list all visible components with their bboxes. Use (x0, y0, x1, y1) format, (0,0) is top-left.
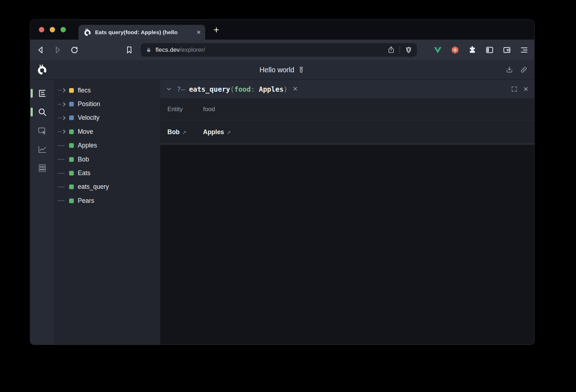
url-host: flecs.dev (156, 46, 180, 54)
back-icon[interactable] (36, 45, 45, 55)
world-title: Hello world (260, 65, 305, 74)
expand-arrow-icon[interactable] (57, 102, 68, 106)
leaf-connector (57, 171, 68, 176)
query-panel-close-icon[interactable]: ✕ (523, 86, 528, 92)
tree-item-bob[interactable]: Bob (54, 152, 160, 166)
search-panel-icon[interactable] (37, 107, 47, 117)
leaf-connector (57, 143, 68, 148)
entity-color-square (69, 102, 74, 106)
tree-item-label: Pears (78, 197, 94, 205)
table-header-row: Entity food (160, 98, 534, 120)
food-cell[interactable]: Apples↗ (203, 128, 231, 136)
tree-panel-active-pill (31, 89, 33, 98)
lock-icon[interactable] (146, 47, 152, 53)
extension-icons (433, 46, 528, 54)
download-icon[interactable] (505, 66, 513, 74)
tree-item-eats-query[interactable]: eats_query (54, 180, 160, 194)
tab-title: Eats query(food: Apples) (hello (95, 29, 193, 36)
new-tab-button[interactable]: + (211, 25, 221, 35)
brave-shield-icon[interactable] (405, 46, 413, 54)
page-title: Hello world (260, 66, 294, 74)
query-paren-close: ) (284, 85, 288, 93)
query-panel-empty-area (160, 145, 534, 345)
column-header-food: food (203, 106, 215, 113)
tree-item-position[interactable]: Position (54, 97, 160, 111)
query-prefix: ?– (177, 85, 185, 93)
panel-rail (30, 80, 54, 345)
address-bar[interactable]: flecs.dev/explorer/ (141, 43, 417, 57)
flecs-logo (37, 64, 48, 75)
browser-tab[interactable]: Eats query(food: Apples) (hello ✕ (78, 25, 205, 40)
menu-icon[interactable] (520, 46, 528, 54)
wallet-icon[interactable] (503, 46, 511, 54)
expand-arrow-icon[interactable] (57, 129, 68, 134)
entity-color-square (69, 184, 74, 189)
tree-item-apples[interactable]: Apples (54, 139, 160, 152)
bookmark-icon[interactable] (125, 46, 134, 54)
tree-item-pears[interactable]: Pears (54, 194, 160, 208)
entity-color-square (69, 171, 74, 176)
chevron-down-icon[interactable] (166, 86, 172, 92)
entity-cell[interactable]: Bob↗ (167, 128, 203, 136)
query-results-table: Entity food Bob↗ Apples↗ (160, 98, 534, 145)
query-panel: ?–eats_query(food:Apples) ✕ ✕ Entity foo… (160, 80, 534, 345)
tree-item-velocity[interactable]: Velocity (54, 111, 160, 125)
query-colon: : (251, 85, 255, 93)
tree-item-label: Velocity (78, 114, 99, 122)
reload-icon[interactable] (70, 45, 79, 55)
minimize-window-button[interactable] (50, 27, 55, 32)
address-bar-divider (400, 46, 400, 54)
query-name: eats_query (189, 85, 230, 93)
entity-color-square (69, 143, 74, 148)
stats-panel-icon[interactable] (37, 163, 47, 173)
tree-item-eats[interactable]: Eats (54, 166, 160, 180)
tree-item-label: Eats (78, 169, 90, 177)
entity-color-square (69, 157, 74, 162)
entity-tree: flecs Position Velocity Move Apples (54, 80, 160, 345)
tree-item-label: eats_query (78, 183, 109, 191)
tree-item-label: flecs (78, 87, 91, 94)
tree-item-flecs[interactable]: flecs (54, 83, 160, 97)
table-row: Bob↗ Apples↗ (160, 120, 534, 143)
zoom-window-button[interactable] (60, 27, 66, 32)
tree-item-label: Bob (78, 156, 89, 163)
query-panel-active-pill (31, 108, 33, 117)
leaf-connector (57, 199, 68, 203)
leaf-connector (57, 157, 68, 161)
query-clear-icon[interactable]: ✕ (293, 86, 298, 92)
leaf-connector (57, 185, 68, 189)
remote-connection-icon[interactable] (298, 65, 305, 74)
tree-item-label: Move (78, 128, 93, 136)
hexagon-extension-icon[interactable] (451, 46, 459, 54)
tree-item-label: Position (78, 100, 100, 108)
tree-panel-icon[interactable] (37, 88, 47, 98)
open-link-icon: ↗ (182, 129, 186, 135)
fullscreen-icon[interactable] (511, 86, 518, 92)
tab-strip: Eats query(food: Apples) (hello ✕ + (30, 20, 534, 40)
expand-arrow-icon[interactable] (57, 88, 68, 92)
traffic-lights (39, 20, 66, 40)
vue-devtools-icon[interactable] (433, 46, 442, 54)
entity-color-square (69, 199, 74, 203)
query-header: ?–eats_query(food:Apples) ✕ ✕ (160, 80, 534, 98)
open-link-icon: ↗ (226, 129, 231, 135)
forward-icon[interactable] (53, 45, 62, 55)
inspector-panel-icon[interactable] (37, 126, 47, 136)
close-window-button[interactable] (39, 27, 44, 32)
extensions-puzzle-icon[interactable] (468, 46, 477, 54)
explorer-content: flecs Position Velocity Move Apples (30, 80, 534, 345)
chart-panel-icon[interactable] (37, 145, 47, 154)
entity-cell-label: Bob (167, 128, 180, 136)
url-path: /explorer/ (180, 46, 205, 54)
query-value: Apples (259, 85, 284, 93)
sidebar-icon[interactable] (485, 46, 494, 54)
tree-item-move[interactable]: Move (54, 125, 160, 138)
flecs-favicon (84, 28, 91, 36)
entity-color-square (69, 129, 74, 134)
share-icon[interactable] (387, 46, 395, 54)
food-cell-label: Apples (203, 128, 224, 136)
tab-close-icon[interactable]: ✕ (196, 29, 201, 35)
link-icon[interactable] (520, 66, 528, 74)
expand-arrow-icon[interactable] (57, 116, 68, 120)
browser-toolbar: flecs.dev/explorer/ (30, 40, 534, 60)
